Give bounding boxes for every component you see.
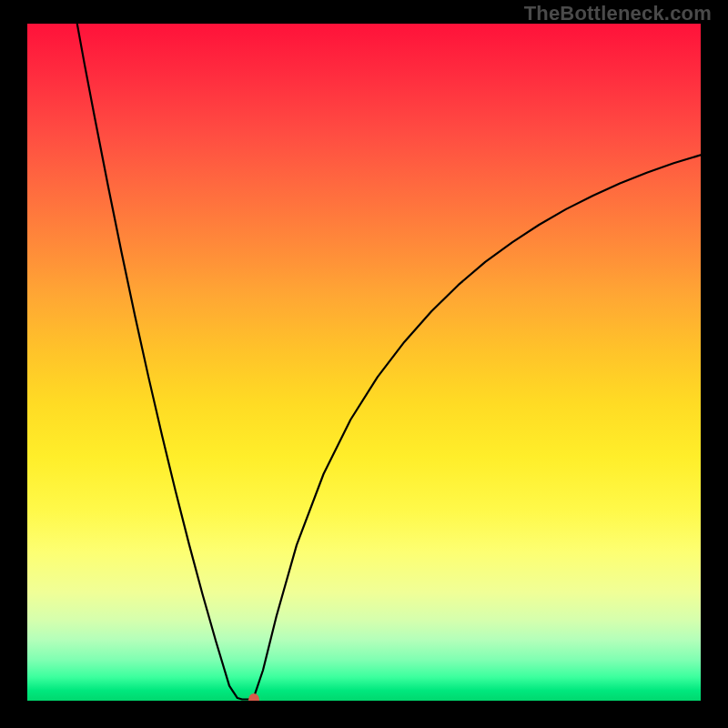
chart-frame: TheBottleneck.com [0,0,728,728]
watermark-text: TheBottleneck.com [524,2,712,25]
optimal-point-marker [248,693,259,702]
heatmap-gradient [27,24,701,701]
plot-area [27,24,701,701]
